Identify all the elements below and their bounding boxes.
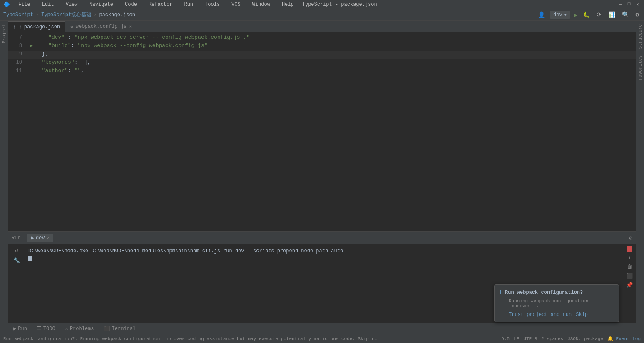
notif-body: Running webpack configuration improves..… — [500, 298, 614, 308]
app-icon: 🔷 — [3, 1, 10, 8]
notif-actions: Trust project and run Skip — [500, 312, 614, 318]
menu-view[interactable]: View — [62, 1, 81, 8]
code-line-7: 7 "dev" : "npx webpack dev server -- con… — [8, 34, 636, 42]
run-tab-close[interactable]: ✕ — [47, 236, 49, 241]
menu-code[interactable]: Code — [122, 1, 140, 8]
indent-info: 2 spaces — [541, 336, 563, 341]
breadcrumb-project[interactable]: TypeScript接心基础 — [41, 11, 91, 18]
debug-icon[interactable]: 🐛 — [581, 10, 592, 19]
todo-icon: ☰ — [37, 326, 42, 332]
run-sidebar-icons: ↺ 🔧 — [8, 246, 25, 321]
trust-and-run-button[interactable]: Trust project and run — [509, 312, 572, 318]
run-config-selector[interactable]: dev ▾ — [550, 11, 570, 19]
run-tab-dev[interactable]: ▶ dev ✕ — [27, 234, 53, 242]
code-content-11: "author": "", — [35, 67, 84, 74]
right-tabs: Structure Favorites — [636, 21, 644, 334]
menu-tools[interactable]: Tools — [201, 1, 223, 8]
bottom-tab-terminal[interactable]: ⬛ Terminal — [102, 325, 138, 333]
terminal-icon: ⬛ — [104, 326, 110, 332]
favorites-tab[interactable]: Favorites — [637, 52, 644, 83]
menu-file[interactable]: File — [15, 1, 34, 8]
event-log-button[interactable]: 🔔 Event Log — [607, 336, 641, 341]
nav-sep-1: › — [36, 12, 39, 18]
profiler-icon[interactable]: 📊 — [607, 10, 617, 19]
stop-button[interactable] — [627, 246, 632, 252]
structure-tab[interactable]: Structure — [637, 21, 644, 52]
chevron-down-icon: ▾ — [564, 12, 567, 18]
js-file-icon: ⚙ — [70, 24, 73, 30]
wrench-icon[interactable]: 🔧 — [12, 256, 21, 265]
editor-tabs: { } package.json ⚙ webpack.config.js ✕ — [8, 21, 636, 32]
tab-label-package-json: package.json — [24, 24, 60, 30]
maximize-button[interactable]: □ — [626, 2, 632, 7]
nav-sep-2: › — [94, 12, 97, 18]
notif-title: Run webpack configuration? — [505, 290, 583, 296]
tab-webpack-config[interactable]: ⚙ webpack.config.js ✕ — [65, 21, 137, 32]
cursor-position: 9:5 — [501, 336, 510, 341]
settings-panel-icon[interactable]: ⚙ — [629, 235, 632, 241]
file-type: JSON: package — [567, 336, 603, 341]
nav-bar: TypeScript › TypeScript接心基础 › package.js… — [0, 9, 644, 21]
menu-run[interactable]: Run — [181, 1, 196, 8]
project-tab[interactable]: Project — [0, 21, 8, 47]
clear-icon[interactable]: 🗑 — [627, 264, 632, 270]
status-bar: Run webpack configuration?: Running webp… — [0, 334, 644, 343]
filter-icon[interactable]: ⬛ — [626, 273, 633, 279]
run-button[interactable]: ▶ — [574, 11, 578, 19]
bottom-tab-problems[interactable]: ⚠ Problems — [64, 325, 96, 333]
menu-refactor[interactable]: Refactor — [145, 1, 176, 8]
bottom-tab-run[interactable]: ▶ Run — [12, 325, 29, 333]
left-structural-tabs: Project — [0, 21, 8, 334]
line-number-8: 8 — [8, 43, 27, 49]
skip-button[interactable]: Skip — [576, 312, 588, 318]
restart-icon[interactable]: ↺ — [14, 246, 19, 255]
terminal-command: D:\Web\NODE\node.exe D:\Web\NODE\node_mo… — [28, 248, 343, 254]
terminal-command-line: D:\Web\NODE\node.exe D:\Web\NODE\node_mo… — [28, 247, 620, 255]
scroll-up-icon[interactable]: ⬆ — [628, 255, 631, 261]
window-controls: — □ ✕ — [617, 2, 641, 7]
run-panel-tabs: Run: ▶ dev ✕ ⚙ — [8, 232, 636, 244]
menu-edit[interactable]: Edit — [39, 1, 57, 8]
run-label: Run: — [12, 235, 24, 241]
code-line-11: 11 "author": "", — [8, 67, 636, 76]
problems-label: Problems — [70, 326, 94, 332]
minimize-button[interactable]: — — [617, 2, 624, 7]
breadcrumb-typescript[interactable]: TypeScript — [3, 12, 33, 18]
breadcrumb-current: package.json — [99, 12, 135, 18]
menu-navigate[interactable]: Navigate — [86, 1, 117, 8]
settings-icon[interactable]: ⚙ — [634, 10, 641, 19]
encoding: UTF-8 — [523, 336, 537, 341]
run-tab-label-bottom: Run — [18, 326, 27, 332]
tab-package-json[interactable]: { } package.json — [8, 21, 65, 32]
code-editor[interactable]: 7 "dev" : "npx webpack dev server -- con… — [8, 32, 636, 231]
code-content-9: }, — [35, 51, 48, 57]
search-icon[interactable]: 🔍 — [620, 10, 631, 19]
bottom-tab-todo[interactable]: ☰ TODO — [35, 325, 57, 333]
menu-help[interactable]: Help — [278, 1, 297, 8]
status-message: Run webpack configuration?: Running webp… — [3, 336, 378, 341]
title-bar: 🔷 File Edit View Navigate Code Refactor … — [0, 0, 644, 9]
menu-window[interactable]: Window — [249, 1, 274, 8]
line-number-7: 7 — [8, 35, 27, 40]
gutter-8[interactable]: ▶ — [27, 42, 35, 49]
menu-vcs[interactable]: VCS — [228, 1, 244, 8]
problems-icon: ⚠ — [65, 326, 68, 332]
code-line-10: 10 "keywords": [], — [8, 59, 636, 67]
bottom-bar: ▶ Run ☰ TODO ⚠ Problems ⬛ Terminal — [8, 323, 636, 334]
run-gutter-arrow[interactable]: ▶ — [30, 42, 32, 49]
terminal-cursor-line — [28, 255, 620, 262]
code-content-10: "keywords": [], — [35, 59, 91, 65]
notif-header: ℹ Run webpack configuration? — [500, 289, 614, 296]
window-title: TypeScript - package.json — [302, 2, 377, 7]
run-tab-label: dev — [36, 235, 45, 241]
run-panel-right: ⚙ — [629, 235, 632, 241]
pin-icon[interactable]: 📌 — [626, 282, 633, 288]
coverage-icon[interactable]: ⟳ — [595, 10, 603, 19]
status-right: 9:5 LF UTF-8 2 spaces JSON: package 🔔 Ev… — [501, 336, 641, 341]
terminal-cursor — [28, 256, 32, 261]
close-button[interactable]: ✕ — [634, 2, 641, 7]
run-tab-icon: ▶ — [31, 235, 34, 241]
user-icon[interactable]: 👤 — [536, 10, 547, 19]
tab-close-webpack[interactable]: ✕ — [129, 24, 132, 29]
tab-label-webpack: webpack.config.js — [76, 24, 127, 30]
